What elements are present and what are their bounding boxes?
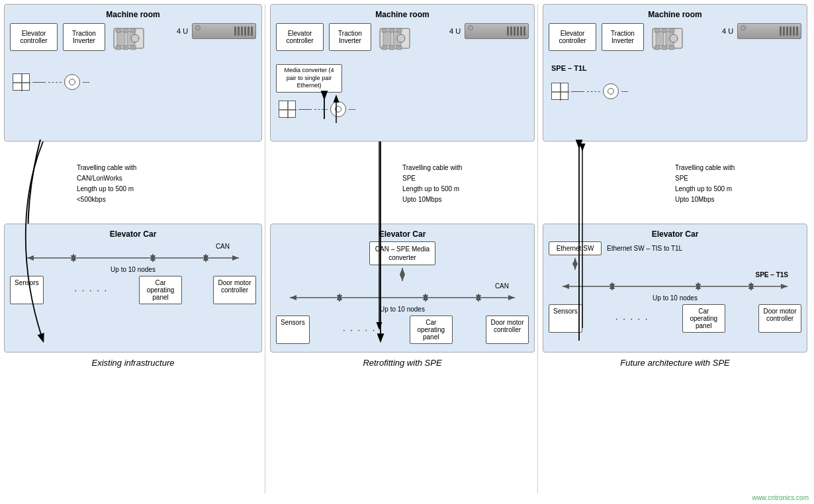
four-u-label-3: 4 U (722, 27, 733, 35)
svg-marker-68 (781, 284, 788, 289)
svg-rect-27 (382, 28, 387, 32)
can-spe-converter-2: CAN – SPE Media converter (369, 241, 435, 265)
rack-unit-1 (192, 23, 256, 39)
machine-room-title-3: Machine room (549, 10, 801, 19)
machine-room-title-2: Machine room (276, 10, 529, 19)
can-text-2: CAN (495, 282, 509, 290)
svg-marker-17 (71, 255, 76, 262)
circle-connector-1 (64, 74, 80, 90)
spe-t1l-label-3: SPE – T1L (549, 64, 717, 72)
nodes-label-1: Up to 10 nodes (10, 266, 256, 273)
svg-marker-13 (27, 255, 34, 261)
door-motor-2: Door motor controller (486, 315, 529, 344)
svg-marker-77 (748, 284, 754, 290)
door-motor-1: Door motor controller (213, 276, 256, 304)
svg-marker-37 (400, 268, 405, 274)
divider-2 (537, 4, 538, 493)
svg-rect-56 (669, 28, 674, 32)
svg-marker-65 (572, 263, 578, 270)
door-motor-3: Door motor controller (758, 304, 801, 333)
four-u-label-2: 4 U (449, 27, 461, 35)
elevator-car-title-1: Elevator Car (10, 230, 256, 239)
media-converter-box-2: Media converter (4 pair to single pair E… (276, 64, 342, 93)
svg-rect-54 (655, 28, 660, 32)
ethernet-sw-desc-3: Ethernet SW – TIS to T1L (607, 245, 801, 252)
elevator-car-title-3: Elevator Car (549, 230, 801, 239)
bidirectional-arrows-2 (283, 291, 521, 304)
bottom-label-2: Retrofitting with SPE (270, 357, 535, 369)
svg-rect-31 (389, 46, 394, 50)
nodes-label-2: Up to 10 nodes (276, 306, 529, 313)
car-op-panel-3: Car operating panel (682, 304, 725, 333)
dots-2: · · · · · (343, 315, 377, 344)
circle-connector-2 (330, 101, 346, 117)
machine-room-2: Machine room Elevator controller Tractio… (270, 4, 535, 142)
svg-rect-7 (123, 46, 128, 50)
column-3: Machine room Elevator controller Tractio… (543, 4, 807, 369)
elevator-car-2: Elevator Car CAN – SPE Media converter C… (270, 224, 535, 353)
switch-box-1 (13, 73, 30, 91)
car-op-panel-1: Car operating panel (139, 276, 182, 304)
svg-marker-20 (150, 255, 156, 262)
traction-inverter-1: Traction Inverter (63, 23, 105, 51)
svg-point-33 (397, 34, 405, 42)
svg-rect-25 (383, 31, 391, 46)
svg-marker-67 (563, 284, 569, 289)
svg-rect-29 (396, 28, 402, 32)
dots-3: · · · · · (615, 304, 649, 333)
svg-rect-4 (123, 28, 128, 32)
can-text-1: CAN (216, 243, 230, 250)
arrows-row-1 (10, 251, 256, 265)
elevator-car-3: Elevator Car Ethernet SW Ethernet SW – T… (543, 224, 807, 353)
svg-point-60 (670, 34, 678, 42)
dots-1: · · · · · (75, 276, 109, 304)
traction-inverter-3: Traction Inverter (602, 23, 644, 51)
vert-arrow-2 (396, 268, 409, 281)
svg-rect-59 (669, 46, 674, 50)
can-label-row-2: CAN (276, 282, 529, 290)
svg-marker-38 (400, 274, 405, 281)
bottom-label-1: Existing infrastructure (4, 357, 262, 369)
switch-box-2 (279, 101, 296, 118)
rack-unit-2 (465, 23, 529, 39)
svg-rect-52 (656, 31, 664, 46)
svg-rect-6 (116, 46, 121, 50)
motor-icon-2 (377, 23, 413, 58)
switch-box-3 (551, 83, 568, 100)
bottom-label-3: Future architecture with SPE (543, 357, 807, 369)
arrows-row-3 (549, 280, 801, 293)
sensors-box-1: Sensors (10, 276, 44, 304)
machine-room-3: Machine room Elevator controller Tractio… (543, 4, 807, 142)
watermark: www.cntronics.com (752, 494, 809, 501)
svg-rect-28 (389, 28, 394, 32)
elevator-car-title-2: Elevator Car (276, 230, 529, 239)
cable-text-3: Travelling cable with SPE Length up to 5… (543, 144, 807, 224)
svg-rect-30 (382, 46, 387, 50)
bidirectional-arrows-3 (556, 280, 794, 293)
svg-marker-74 (696, 284, 701, 290)
rack-unit-3 (737, 23, 801, 39)
svg-marker-40 (290, 295, 296, 300)
divider-1 (265, 4, 265, 493)
svg-marker-41 (508, 295, 515, 300)
machine-room-title-1: Machine room (10, 10, 256, 19)
spe-t1s-label-row-3: SPE – T1S (549, 271, 801, 278)
spe-t1s-text-3: SPE – T1S (756, 271, 788, 278)
svg-rect-32 (396, 46, 402, 50)
column-2: Machine room Elevator controller Tractio… (270, 4, 535, 369)
devices-row-2: Sensors · · · · · Car operating panel Do… (276, 315, 529, 344)
svg-rect-8 (130, 46, 136, 50)
sensors-box-3: Sensors (549, 304, 582, 333)
column-1: Machine room Elevator controller Tractio… (4, 4, 262, 369)
svg-rect-5 (130, 28, 136, 32)
motor-icon-1 (111, 23, 147, 58)
vert-arrow-3 (568, 258, 582, 270)
traction-inverter-2: Traction Inverter (329, 23, 371, 51)
svg-point-9 (131, 34, 139, 42)
svg-rect-55 (662, 28, 667, 32)
cable-text-2: Travelling cable with SPE Length up to 5… (270, 144, 535, 224)
elevator-car-1: Elevator Car CAN (4, 224, 262, 353)
four-u-label-1: 4 U (177, 27, 188, 35)
circle-connector-3 (603, 83, 619, 99)
elevator-controller-3: Elevator controller (549, 23, 596, 51)
